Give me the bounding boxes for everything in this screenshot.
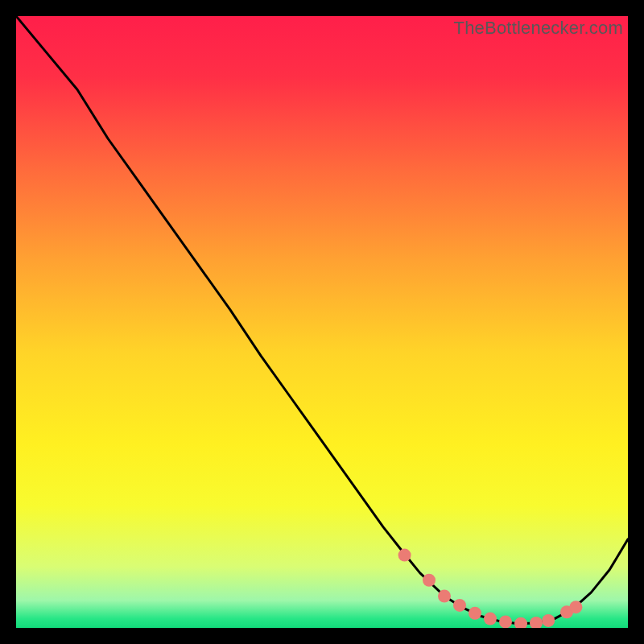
bottleneck-chart (16, 16, 628, 628)
marker-point (438, 589, 451, 602)
gradient-background (16, 16, 628, 628)
marker-point (423, 574, 436, 587)
watermark-text: TheBottlenecker.com (454, 18, 623, 39)
marker-point (398, 549, 411, 562)
marker-point (542, 614, 555, 627)
marker-point (453, 599, 466, 612)
marker-point (499, 615, 512, 628)
chart-frame: TheBottlenecker.com (16, 16, 628, 628)
marker-point (469, 607, 481, 620)
marker-point (569, 601, 582, 613)
marker-point (484, 613, 497, 625)
